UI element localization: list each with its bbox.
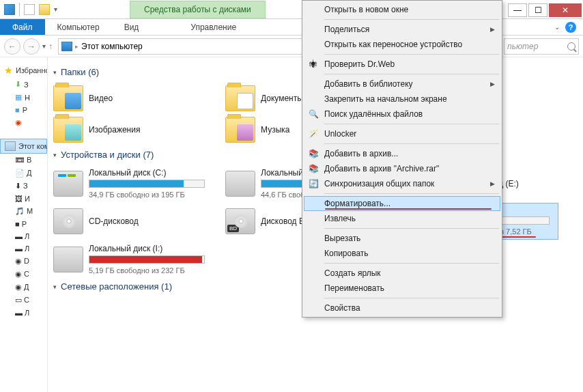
nav-sidebar: ★Избранное ⬇ З ▦ Н ■ Р ◉ Этот компьютер … [0, 57, 48, 392]
cm-cut[interactable]: Вырезать [304, 231, 500, 246]
nav-back-button[interactable]: ← [4, 38, 20, 55]
cm-rename[interactable]: Переименовать [304, 281, 500, 296]
qat-properties-icon[interactable] [24, 4, 35, 15]
nav-forward-button[interactable]: → [23, 38, 40, 55]
cm-unlocker[interactable]: 🪄Unlocker [304, 126, 500, 141]
sidebar-item[interactable]: ▦ Н [0, 91, 47, 104]
rar-icon: 📚 [308, 163, 319, 174]
cm-format[interactable]: Форматировать... [304, 196, 500, 211]
sidebar-item[interactable]: ⬇ З [0, 180, 47, 193]
sidebar-item[interactable]: 🖼 И [0, 193, 47, 205]
pc-icon [61, 42, 72, 51]
close-button[interactable]: ✕ [549, 3, 582, 17]
cm-add-library[interactable]: Добавить в библиотеку▶ [304, 76, 500, 92]
sidebar-this-pc[interactable]: Этот компьютер [0, 139, 47, 154]
rar-icon: 📚 [308, 148, 319, 159]
drive-c[interactable]: Локальный диск (C:)34,9 ГБ свободно из 1… [51, 167, 214, 200]
cm-portable-device[interactable]: Открыть как переносное устройство [304, 37, 500, 52]
sidebar-item[interactable]: 📄 Д [0, 167, 47, 180]
sidebar-item[interactable]: ⬇ З [0, 78, 47, 91]
folder-images[interactable]: Изображения [51, 115, 214, 144]
search-icon [567, 42, 575, 51]
ribbon-file-tab[interactable]: Файл [0, 19, 45, 35]
app-icon [4, 4, 15, 15]
folder-video[interactable]: Видео [51, 84, 214, 113]
nav-history-icon[interactable]: ▾ [42, 42, 46, 50]
cm-pin-start[interactable]: Закрепить на начальном экране [304, 92, 500, 107]
qat-newfolder-icon[interactable] [39, 4, 50, 15]
qat-dropdown-icon[interactable]: ▾ [54, 5, 57, 13]
ribbon-expand-icon[interactable]: ⌄ [554, 23, 560, 31]
cm-search-deleted[interactable]: 🔍Поиск удалённых файлов [304, 107, 500, 122]
unlocker-icon: 🪄 [308, 128, 319, 139]
sidebar-item[interactable]: ◉ D [0, 255, 47, 268]
search-deleted-icon: 🔍 [308, 109, 319, 120]
ribbon-view-tab[interactable]: Вид [112, 19, 152, 35]
sidebar-item[interactable]: ▬ Л [0, 230, 47, 242]
sidebar-item[interactable]: 🎵 М [0, 205, 47, 218]
cm-add-archive[interactable]: 📚Добавить в архив... [304, 146, 500, 161]
sidebar-item[interactable]: ▬ Л [0, 242, 47, 255]
cm-sync-shared[interactable]: 🔄Синхронизация общих папок▶ [304, 176, 500, 191]
sidebar-item[interactable]: ▬ Л [0, 307, 47, 319]
drive-i[interactable]: Локальный диск (I:)5,19 ГБ свободно из 2… [51, 242, 214, 276]
breadcrumb[interactable]: Этот компьютер [81, 42, 143, 51]
drweb-icon: 🕷 [308, 59, 319, 70]
ribbon-manage-tab[interactable]: Управление [178, 19, 248, 35]
sidebar-item[interactable]: ■ Р [0, 218, 47, 230]
help-icon[interactable]: ? [565, 22, 576, 33]
cm-create-shortcut[interactable]: Создать ярлык [304, 266, 500, 281]
cm-open-new-window[interactable]: Открыть в новом окне [304, 2, 500, 17]
ribbon-computer-tab[interactable]: Компьютер [45, 19, 112, 35]
context-menu: Открыть в новом окне Поделиться▶ Открыть… [302, 0, 502, 318]
sync-icon: 🔄 [308, 178, 319, 189]
search-input[interactable]: пьютер [504, 38, 579, 55]
sidebar-item[interactable]: 📼 В [0, 154, 47, 167]
cm-properties[interactable]: Свойства [304, 300, 500, 316]
highlight-underline [325, 208, 492, 210]
sidebar-item[interactable]: ◉ C [0, 268, 47, 281]
sidebar-item[interactable]: ▭ С [0, 294, 47, 307]
cm-add-archive-rar[interactable]: 📚Добавить в архив "Archive.rar" [304, 161, 500, 176]
cm-copy[interactable]: Копировать [304, 246, 500, 261]
sidebar-item[interactable]: ◉ [0, 116, 47, 129]
nav-up-button[interactable]: ↑ [48, 42, 53, 51]
drive-cd[interactable]: CD-дисковод [51, 203, 214, 240]
cm-eject[interactable]: Извлечь [304, 211, 500, 226]
minimize-button[interactable]: — [508, 3, 527, 17]
cm-drweb[interactable]: 🕷Проверить Dr.Web [304, 57, 500, 72]
sidebar-favorites[interactable]: ★Избранное [0, 63, 47, 78]
sidebar-item[interactable]: ◉ Д [0, 281, 47, 294]
contextual-tab-disk-tools[interactable]: Средства работы с дисками [130, 1, 266, 18]
sidebar-item[interactable]: ■ Р [0, 104, 47, 116]
cm-share[interactable]: Поделиться▶ [304, 22, 500, 37]
maximize-button[interactable]: ☐ [528, 3, 548, 17]
